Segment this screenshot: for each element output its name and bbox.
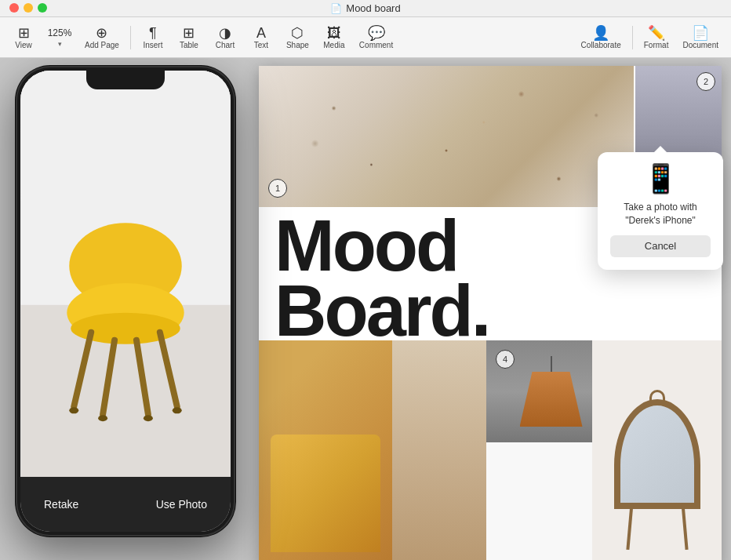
app-icon: 📄 <box>330 3 342 14</box>
document-icon: 📄 <box>692 26 709 40</box>
svg-point-13 <box>144 415 153 421</box>
mood-title-line1: Mood <box>275 213 526 278</box>
minimize-button[interactable] <box>24 3 33 13</box>
canvas-area[interactable]: 1 Mood Board. <box>0 58 731 560</box>
add-page-icon: ⊕ <box>96 26 107 40</box>
mirror-strap-right <box>681 503 688 550</box>
text-button[interactable]: A Text <box>244 20 278 55</box>
text-label: Text <box>254 42 268 49</box>
iphone-frame: Retake Use Photo <box>16 66 235 536</box>
collaborate-label: Collaborate <box>581 42 621 49</box>
insert-icon: ¶ <box>149 26 157 40</box>
comment-label: Comment <box>359 42 393 49</box>
collaborate-icon: 👤 <box>592 26 609 40</box>
title-text: Mood board <box>346 2 400 14</box>
bottom-right: 4 1 — Terrazzo Floors 2 — Pop Color <box>486 340 722 560</box>
mood-text-block: Mood Board. <box>259 205 541 351</box>
main-area: 1 Mood Board. <box>0 58 731 560</box>
chair-svg <box>20 71 231 477</box>
traffic-lights <box>9 3 47 13</box>
texture-image <box>392 340 486 560</box>
popup-take-photo-text: Take a photo with"Derek's iPhone" <box>624 201 696 227</box>
popup-phone-icon: 📱 <box>643 165 678 193</box>
chair-photo <box>20 71 231 477</box>
close-button[interactable] <box>9 3 19 13</box>
text-icon: A <box>256 26 266 40</box>
table-button[interactable]: ⊞ Table <box>172 20 206 55</box>
shape-icon: ⬡ <box>291 26 304 40</box>
popup-arrow <box>654 146 667 152</box>
take-photo-popup: 📱 Take a photo with"Derek's iPhone" Canc… <box>598 152 723 270</box>
comment-button[interactable]: 💬 Comment <box>353 20 399 55</box>
document-page: 1 Mood Board. <box>259 66 722 560</box>
media-icon: 🖼 <box>327 26 341 40</box>
lamp-shape <box>520 356 583 435</box>
mirror-hook <box>649 390 665 405</box>
zoom-control[interactable]: 125% ▾ <box>42 20 77 55</box>
collaborate-button[interactable]: 👤 Collaborate <box>575 20 627 55</box>
mirror-shape <box>614 399 700 509</box>
document-label: Document <box>682 42 718 49</box>
iphone-photo-area <box>20 71 231 477</box>
svg-point-12 <box>173 407 182 413</box>
retake-button[interactable]: Retake <box>44 498 78 511</box>
add-page-label: Add Page <box>85 42 119 49</box>
shape-label: Shape <box>286 42 309 49</box>
lamp-cord <box>551 356 552 372</box>
document-button[interactable]: 📄 Document <box>676 20 725 55</box>
svg-point-10 <box>69 407 78 413</box>
table-label: Table <box>180 42 198 49</box>
zoom-arrow-icon: ▾ <box>58 40 62 48</box>
divider-1 <box>130 26 131 49</box>
badge-2-page: 2 <box>696 72 715 91</box>
view-icon: ⊞ <box>18 26 30 40</box>
mirror-section <box>592 340 722 560</box>
comment-icon: 💬 <box>368 26 385 40</box>
sofa-image <box>259 340 392 560</box>
media-button[interactable]: 🖼 Media <box>317 20 351 55</box>
cancel-button[interactable]: Cancel <box>610 235 711 257</box>
view-label: View <box>15 42 32 49</box>
chart-label: Chart <box>216 42 235 49</box>
mirror-strap-left <box>626 503 633 550</box>
format-label: Format <box>644 42 669 49</box>
iphone-screen: Retake Use Photo <box>20 71 231 532</box>
table-icon: ⊞ <box>183 26 195 40</box>
bottom-section: 4 1 — Terrazzo Floors 2 — Pop Color <box>259 340 722 560</box>
lamp-shade <box>520 372 583 427</box>
chart-icon: ◑ <box>219 26 231 40</box>
svg-point-11 <box>98 415 107 421</box>
add-page-button[interactable]: ⊕ Add Page <box>78 20 125 55</box>
iphone-overlay: Retake Use Photo <box>0 58 267 560</box>
mood-title-line2: Board. <box>275 278 526 344</box>
insert-button[interactable]: ¶ Insert <box>136 20 170 55</box>
format-button[interactable]: ✏️ Format <box>638 20 675 55</box>
toolbar: ⊞ View 125% ▾ ⊕ Add Page ¶ Insert ⊞ Tabl… <box>0 17 731 58</box>
terrazzo-image: 1 <box>259 66 634 207</box>
zoom-value: 125% <box>48 27 72 38</box>
maximize-button[interactable] <box>38 3 47 13</box>
media-label: Media <box>323 42 344 49</box>
use-photo-button[interactable]: Use Photo <box>156 498 207 511</box>
iphone-bottom-bar: Retake Use Photo <box>20 477 231 532</box>
chart-button[interactable]: ◑ Chart <box>208 20 242 55</box>
format-icon: ✏️ <box>648 26 665 40</box>
shape-button[interactable]: ⬡ Shape <box>280 20 315 55</box>
divider-2 <box>632 26 633 49</box>
insert-label: Insert <box>143 42 162 49</box>
badge-4: 4 <box>496 350 515 369</box>
title-bar: 📄 Mood board <box>0 0 731 17</box>
view-button[interactable]: ⊞ View <box>6 20 41 55</box>
window-title: 📄 Mood board <box>330 2 400 14</box>
iphone-notch <box>86 71 165 89</box>
badge-1: 1 <box>268 179 287 198</box>
